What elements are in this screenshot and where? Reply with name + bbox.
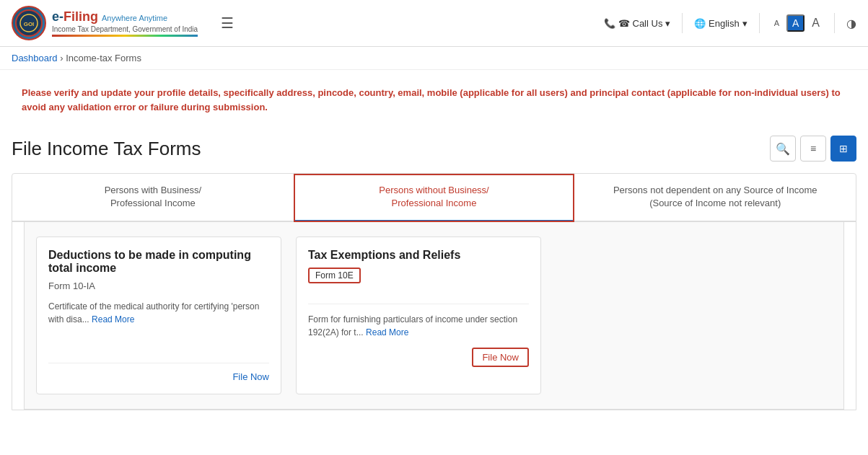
- grid-icon: ⊞: [839, 143, 848, 154]
- alert-banner: Please verify and update your profile de…: [12, 79, 856, 121]
- tab-no-income-label: Persons not dependent on any Source of I…: [613, 185, 817, 208]
- card-deductions-footer: File Now: [48, 363, 269, 382]
- tab-no-income[interactable]: Persons not dependent on any Source of I…: [574, 174, 856, 222]
- logo-tagline: Anywhere Anytime: [102, 14, 167, 22]
- logo-e: e-: [52, 9, 63, 24]
- logo-area: GOI e-Filing Anywhere Anytime Income Tax…: [12, 6, 198, 40]
- header-right: 📞 ☎ Call Us ▾ 🌐 English ▾ A A A ◑: [604, 13, 856, 33]
- tab-business-income-label: Persons with Business/Professional Incom…: [105, 185, 201, 208]
- card-deductions-read-more[interactable]: Read More: [92, 314, 134, 324]
- card-tax-bottom: Form for furnishing particulars of incom…: [308, 304, 529, 367]
- language-arrow: ▾: [742, 18, 748, 29]
- breadcrumb-dashboard[interactable]: Dashboard: [12, 53, 58, 63]
- card-deductions-desc-text: Certificate of the medical authority for…: [48, 301, 259, 324]
- logo-text: e-Filing Anywhere Anytime Income Tax Dep…: [52, 9, 198, 37]
- page-title: File Income Tax Forms: [12, 138, 201, 160]
- card-tax-desc-text: Form for furnishing particulars of incom…: [308, 314, 517, 337]
- call-us-button[interactable]: 📞 ☎ Call Us ▾: [604, 18, 670, 29]
- tab-non-business-income[interactable]: Persons without Business/Professional In…: [294, 174, 575, 222]
- cards-area: Deductions to be made in computing total…: [24, 222, 844, 410]
- phone-icon: 📞: [604, 18, 615, 29]
- card-deductions: Deductions to be made in computing total…: [36, 237, 281, 394]
- card-deductions-desc: Certificate of the medical authority for…: [48, 300, 269, 354]
- card-deductions-file-now[interactable]: File Now: [232, 371, 269, 382]
- logo-title: e-Filing Anywhere Anytime: [52, 9, 198, 25]
- font-controls: A A A: [771, 14, 823, 32]
- divider-3: [834, 13, 835, 33]
- call-us-label: ☎ Call Us ▾: [618, 18, 670, 29]
- card-form-badge: Form 10E: [308, 268, 361, 283]
- globe-icon: 🌐: [694, 18, 706, 29]
- breadcrumb: Dashboard › Income-tax Forms: [0, 47, 868, 70]
- logo-emblem: GOI: [12, 6, 46, 40]
- contrast-button[interactable]: ◑: [846, 17, 856, 30]
- alert-text: Please verify and update your profile de…: [22, 87, 841, 112]
- language-label: English: [709, 18, 740, 29]
- card-tax-content: Tax Exemptions and Reliefs Form 10E Form…: [308, 249, 529, 367]
- list-view-button[interactable]: ≡: [800, 136, 826, 162]
- card-tax-file-now[interactable]: File Now: [472, 348, 529, 367]
- card-tax-top: Tax Exemptions and Reliefs Form 10E: [308, 249, 529, 304]
- page-title-area: File Income Tax Forms 🔍 ≡ ⊞: [0, 130, 868, 173]
- search-icon: 🔍: [776, 142, 790, 156]
- divider-2: [759, 13, 760, 33]
- title-actions: 🔍 ≡ ⊞: [770, 136, 856, 162]
- logo-subtitle: Income Tax Department, Government of Ind…: [52, 25, 198, 33]
- list-icon: ≡: [810, 143, 816, 154]
- tabs: Persons with Business/Professional Incom…: [12, 174, 856, 222]
- card-tax-read-more[interactable]: Read More: [366, 327, 408, 337]
- svg-text:GOI: GOI: [24, 21, 35, 27]
- hamburger-menu[interactable]: ☰: [221, 14, 234, 32]
- header-left: GOI e-Filing Anywhere Anytime Income Tax…: [12, 6, 234, 40]
- grid-view-button[interactable]: ⊞: [830, 136, 856, 162]
- logo-underline: [52, 35, 198, 37]
- tab-business-income[interactable]: Persons with Business/Professional Incom…: [12, 174, 294, 222]
- tabs-container: Persons with Business/Professional Incom…: [12, 173, 856, 410]
- card-deductions-form-label: Form 10-IA: [48, 280, 269, 291]
- breadcrumb-separator: ›: [60, 53, 63, 63]
- card-tax-desc: Form for furnishing particulars of incom…: [308, 313, 529, 339]
- divider-1: [682, 13, 683, 33]
- logo-filing: Filing: [63, 9, 98, 24]
- card-deductions-title: Deductions to be made in computing total…: [48, 249, 269, 275]
- card-tax-exemptions: Tax Exemptions and Reliefs Form 10E Form…: [296, 237, 541, 394]
- language-selector[interactable]: 🌐 English ▾: [694, 18, 748, 29]
- breadcrumb-current: Income-tax Forms: [66, 53, 141, 63]
- card-tax-footer: File Now: [308, 348, 529, 367]
- font-decrease-button[interactable]: A: [771, 17, 782, 29]
- search-button[interactable]: 🔍: [770, 136, 796, 162]
- font-increase-button[interactable]: A: [809, 15, 823, 31]
- card-tax-title: Tax Exemptions and Reliefs: [308, 249, 529, 262]
- tab-non-business-income-label: Persons without Business/Professional In…: [379, 185, 488, 208]
- font-normal-button[interactable]: A: [786, 14, 805, 32]
- header: GOI e-Filing Anywhere Anytime Income Tax…: [0, 0, 868, 47]
